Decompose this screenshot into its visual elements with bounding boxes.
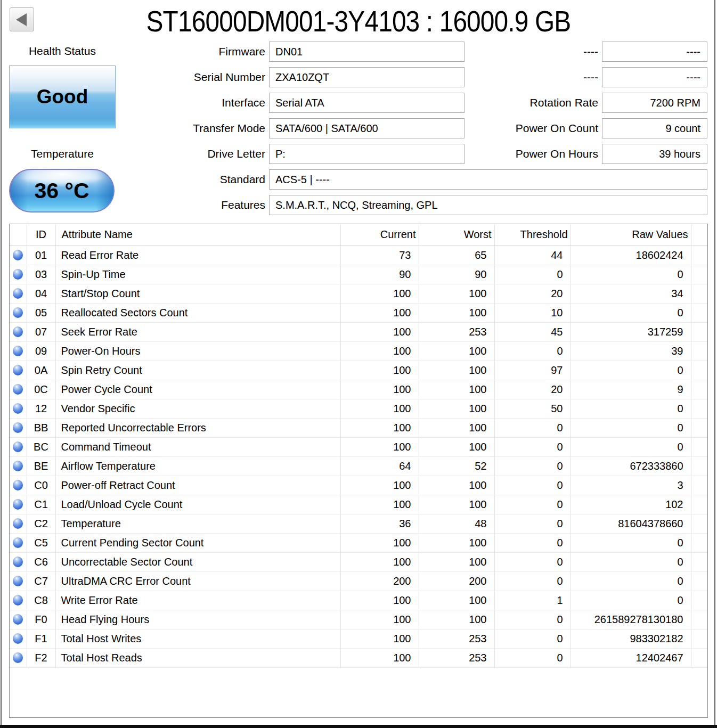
worst-cell: 90 (419, 265, 494, 284)
raw-values-column-header: Raw Values (571, 224, 691, 246)
field-label-features: Features (0, 195, 265, 215)
smart-row-C8[interactable]: C8Write Error Rate10010010 (10, 591, 707, 610)
raw-cell: 0 (571, 265, 691, 284)
status-cell (10, 552, 27, 571)
raw-cell: 0 (571, 591, 691, 610)
name-cell: Total Host Reads (55, 648, 340, 667)
blank-cell (691, 610, 707, 629)
id-cell: C2 (27, 514, 55, 533)
threshold-cell: 0 (494, 629, 571, 648)
field-value-power-on-hours: 39 hours (602, 144, 707, 164)
worst-cell: 100 (419, 284, 494, 303)
smart-row-BC[interactable]: BCCommand Timeout10010000 (10, 437, 707, 456)
smart-row-C2[interactable]: C2Temperature3648081604378660 (10, 514, 707, 533)
name-cell: Uncorrectable Sector Count (55, 552, 340, 571)
id-cell: C0 (27, 476, 55, 495)
status-cell (10, 591, 27, 610)
smart-row-04[interactable]: 04Start/Stop Count1001002034 (10, 284, 707, 303)
threshold-cell: 45 (494, 322, 571, 341)
name-cell: Total Host Writes (55, 629, 340, 648)
threshold-cell: 10 (494, 303, 571, 322)
health-status-dot-icon (13, 269, 23, 280)
id-cell: 03 (27, 265, 55, 284)
field-value-firmware: DN01 (269, 42, 465, 62)
field-label-firmware: Firmware (0, 42, 265, 62)
health-status-dot-icon (13, 518, 23, 529)
smart-row-C6[interactable]: C6Uncorrectable Sector Count10010000 (10, 552, 707, 571)
field-value-drive-letter: P: (269, 144, 465, 164)
smart-row-07[interactable]: 07Seek Error Rate10025345317259 (10, 322, 707, 341)
health-status-dot-icon (13, 384, 23, 395)
current-column-header: Current (340, 224, 419, 246)
threshold-cell: 0 (494, 437, 571, 456)
current-cell: 100 (340, 322, 419, 341)
worst-cell: 253 (419, 648, 494, 667)
blank-cell (691, 380, 707, 399)
id-cell: BB (27, 418, 55, 437)
name-cell: Spin Retry Count (55, 361, 340, 380)
current-cell: 73 (340, 246, 419, 265)
name-cell: Start/Stop Count (55, 284, 340, 303)
status-cell (10, 246, 27, 265)
status-cell (10, 399, 27, 418)
threshold-cell: 0 (494, 476, 571, 495)
smart-row-0C[interactable]: 0CPower Cycle Count100100209 (10, 380, 707, 399)
blank-column-header (691, 224, 707, 246)
status-cell (10, 303, 27, 322)
smart-row-C5[interactable]: C5Current Pending Sector Count10010000 (10, 533, 707, 552)
id-cell: 0C (27, 380, 55, 399)
blank-cell (691, 629, 707, 648)
blank-cell (691, 456, 707, 476)
smart-row-C7[interactable]: C7UltraDMA CRC Error Count20020000 (10, 571, 707, 591)
window-bottom-edge (0, 725, 717, 728)
smart-row-0A[interactable]: 0ASpin Retry Count100100970 (10, 361, 707, 380)
status-cell (10, 322, 27, 341)
smart-row-12[interactable]: 12Vendor Specific100100500 (10, 399, 707, 418)
name-cell: Load/Unload Cycle Count (55, 495, 340, 514)
smart-row-BE[interactable]: BEAirflow Temperature64520672333860 (10, 456, 707, 476)
name-cell: Current Pending Sector Count (55, 533, 340, 552)
name-cell: Reallocated Sectors Count (55, 303, 340, 322)
smart-row-BB[interactable]: BBReported Uncorrectable Errors10010000 (10, 418, 707, 437)
smart-row-F1[interactable]: F1Total Host Writes1002530983302182 (10, 629, 707, 648)
threshold-cell: 0 (494, 514, 571, 533)
smart-row-09[interactable]: 09Power-On Hours100100039 (10, 341, 707, 361)
attribute-name-column-header: Attribute Name (55, 224, 340, 246)
current-cell: 100 (340, 418, 419, 437)
smart-row-05[interactable]: 05Reallocated Sectors Count100100100 (10, 303, 707, 322)
id-cell: C8 (27, 591, 55, 610)
blank-cell (691, 648, 707, 667)
smart-row-C0[interactable]: C0Power-off Retract Count10010003 (10, 476, 707, 495)
worst-column-header: Worst (419, 224, 494, 246)
field-value-transfer-mode: SATA/600 | SATA/600 (269, 118, 465, 138)
blank-cell (691, 303, 707, 322)
name-cell: Command Timeout (55, 437, 340, 456)
field-value-rotation-rate: 7200 RPM (602, 93, 707, 113)
id-cell: 04 (27, 284, 55, 303)
smart-row-F0[interactable]: F0Head Flying Hours100100026158927813018… (10, 610, 707, 629)
threshold-cell: 0 (494, 610, 571, 629)
smart-row-C1[interactable]: C1Load/Unload Cycle Count1001000102 (10, 495, 707, 514)
field-label-transfer-mode: Transfer Mode (0, 118, 265, 138)
raw-cell: 39 (571, 341, 691, 361)
health-status-dot-icon (13, 557, 23, 567)
threshold-cell: 20 (494, 380, 571, 399)
current-cell: 100 (340, 610, 419, 629)
id-cell: 12 (27, 399, 55, 418)
blank-cell (691, 571, 707, 591)
threshold-cell: 0 (494, 265, 571, 284)
raw-cell: 0 (571, 303, 691, 322)
name-cell: Head Flying Hours (55, 610, 340, 629)
status-cell (10, 476, 27, 495)
field-value-unused-0: ---- (602, 42, 707, 62)
blank-cell (691, 495, 707, 514)
raw-cell: 317259 (571, 322, 691, 341)
raw-cell: 0 (571, 361, 691, 380)
smart-row-03[interactable]: 03Spin-Up Time909000 (10, 265, 707, 284)
smart-row-F2[interactable]: F2Total Host Reads100253012402467 (10, 648, 707, 667)
smart-row-01[interactable]: 01Read Error Rate73654418602424 (10, 246, 707, 265)
worst-cell: 100 (419, 437, 494, 456)
current-cell: 100 (340, 361, 419, 380)
threshold-cell: 0 (494, 648, 571, 667)
blank-cell (691, 284, 707, 303)
